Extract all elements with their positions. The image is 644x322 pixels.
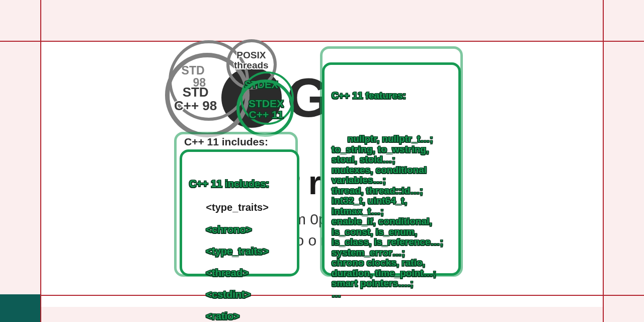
includes-item: <thread> (206, 268, 248, 279)
stdex-label: STDEX C++ 11 (249, 98, 284, 120)
includes-panel: C++ 11 includes: <type_traits> <chrono> … (180, 149, 299, 276)
includes-type-traits-plain: <type_traits> (206, 202, 269, 213)
features-header: C++ 11 features: (332, 91, 451, 101)
includes-header: C++ 11 includes: (189, 179, 290, 190)
includes-item: <chrono> (206, 224, 252, 235)
features-body: nullptr, nullptr_t…; to_string, to_wstri… (332, 133, 443, 299)
includes-item: <cstdint> (206, 289, 251, 300)
stdex-diagram: STD 98 STD C++ 98 POSIX threads STDEX ST… (0, 0, 644, 322)
includes-item: <type_traits> (206, 246, 269, 257)
features-panel: C++ 11 features: nullptr, nullptr_t…; to… (322, 62, 461, 276)
includes-content: C++ 11 includes: <type_traits> <chrono> … (182, 152, 297, 322)
features-content: C++ 11 features: nullptr, nullptr_t…; to… (325, 65, 458, 314)
posix-label: POSIX threads (234, 50, 269, 70)
includes-item: <ratio> (206, 311, 239, 322)
std98-label: STD C++ 98 (174, 86, 217, 113)
includes-ghost-header: C++ 11 includes: (184, 136, 268, 148)
